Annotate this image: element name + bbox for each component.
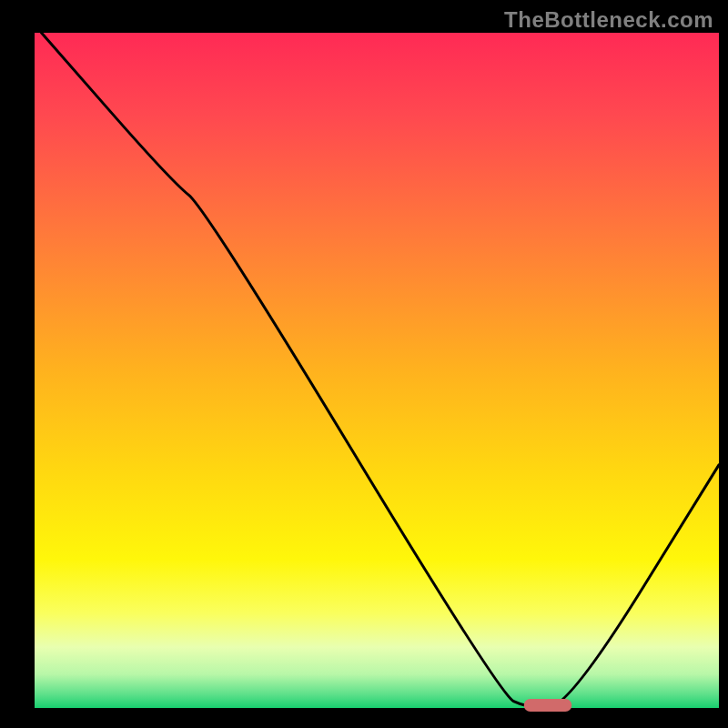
svg-rect-1 <box>35 33 719 708</box>
svg-rect-2 <box>524 699 572 712</box>
bottleneck-chart: TheBottleneck.com <box>0 0 728 728</box>
watermark-label: TheBottleneck.com <box>504 7 713 33</box>
chart-svg <box>0 0 728 728</box>
